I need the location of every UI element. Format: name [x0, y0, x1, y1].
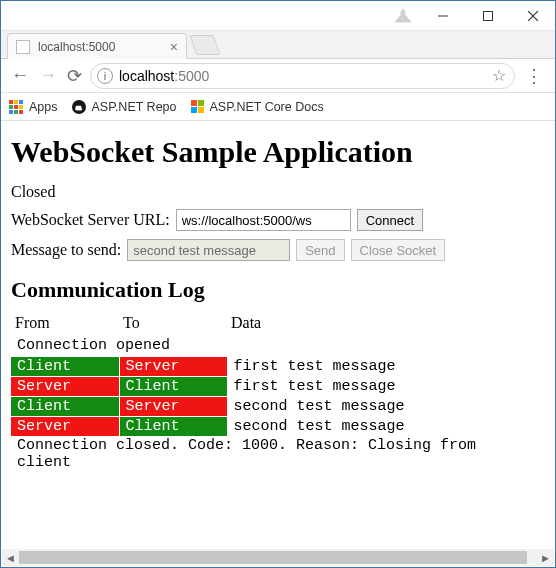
maximize-button[interactable]	[465, 1, 510, 30]
data-cell: first test message	[227, 376, 545, 396]
table-row: ServerClientsecond test message	[11, 416, 545, 436]
minimize-button[interactable]	[420, 1, 465, 30]
tab-close-icon[interactable]: ×	[170, 40, 178, 54]
browser-menu-button[interactable]: ⋮	[521, 65, 547, 87]
table-row: ClientServersecond test message	[11, 396, 545, 416]
github-icon	[72, 100, 86, 114]
nav-reload-button[interactable]: ⟳	[65, 65, 84, 87]
svg-rect-1	[483, 11, 492, 20]
from-cell: Client	[11, 396, 119, 416]
message-label: Message to send:	[11, 241, 121, 259]
to-cell: Client	[119, 416, 227, 436]
status-closed: Connection closed. Code: 1000. Reason: C…	[11, 436, 545, 471]
horizontal-scrollbar[interactable]: ◄ ►	[2, 549, 554, 566]
bookmark-label: ASP.NET Repo	[92, 100, 177, 114]
apps-icon	[9, 100, 23, 114]
bookmarks-bar: Apps ASP.NET Repo ASP.NET Core Docs	[1, 93, 555, 121]
bookmark-aspnet-repo[interactable]: ASP.NET Repo	[72, 100, 177, 114]
to-cell: Server	[119, 356, 227, 376]
data-cell: first test message	[227, 356, 545, 376]
profile-icon[interactable]	[386, 1, 420, 30]
close-socket-button: Close Socket	[351, 239, 446, 261]
col-from: From	[11, 313, 119, 336]
table-header-row: From To Data	[11, 313, 545, 336]
from-cell: Server	[11, 416, 119, 436]
message-input	[127, 239, 290, 261]
window-close-button[interactable]	[510, 1, 555, 30]
bookmark-label: ASP.NET Core Docs	[210, 100, 324, 114]
nav-back-button[interactable]: ←	[9, 65, 31, 86]
scroll-right-icon[interactable]: ►	[537, 549, 554, 566]
status-row: Connection opened	[11, 336, 545, 356]
site-info-icon[interactable]: i	[97, 68, 113, 84]
scroll-track[interactable]	[19, 549, 537, 566]
scroll-thumb[interactable]	[19, 551, 527, 564]
address-bar[interactable]: i localhost:5000 ☆	[90, 63, 515, 89]
favicon-icon	[16, 40, 30, 54]
window-titlebar	[1, 1, 555, 31]
connect-button[interactable]: Connect	[357, 209, 423, 231]
scroll-left-icon[interactable]: ◄	[2, 549, 19, 566]
nav-forward-button: →	[37, 65, 59, 86]
browser-toolbar: ← → ⟳ i localhost:5000 ☆ ⋮	[1, 59, 555, 93]
new-tab-button[interactable]	[189, 35, 220, 55]
from-cell: Server	[11, 376, 119, 396]
to-cell: Client	[119, 376, 227, 396]
page-content: WebSocket Sample Application Closed WebS…	[1, 121, 555, 550]
browser-tab[interactable]: localhost:5000 ×	[7, 33, 187, 59]
data-cell: second test message	[227, 396, 545, 416]
log-heading: Communication Log	[11, 277, 545, 303]
tab-strip: localhost:5000 ×	[1, 31, 555, 59]
bookmark-label: Apps	[29, 100, 58, 114]
state-label: Closed	[11, 183, 545, 201]
bookmark-aspnet-docs[interactable]: ASP.NET Core Docs	[191, 100, 324, 114]
ws-url-input[interactable]	[176, 209, 351, 231]
data-cell: second test message	[227, 416, 545, 436]
bookmark-apps[interactable]: Apps	[9, 100, 58, 114]
url-host: localhost:5000	[119, 68, 209, 84]
from-cell: Client	[11, 356, 119, 376]
to-cell: Server	[119, 396, 227, 416]
col-to: To	[119, 313, 227, 336]
bookmark-star-icon[interactable]: ☆	[492, 66, 506, 85]
status-row: Connection closed. Code: 1000. Reason: C…	[11, 436, 545, 471]
send-button: Send	[296, 239, 344, 261]
log-table: From To Data Connection opened ClientSer…	[11, 313, 545, 472]
col-data: Data	[227, 313, 545, 336]
table-row: ServerClientfirst test message	[11, 376, 545, 396]
table-row: ClientServerfirst test message	[11, 356, 545, 376]
status-opened: Connection opened	[11, 336, 545, 356]
tab-title: localhost:5000	[38, 40, 115, 54]
ws-url-label: WebSocket Server URL:	[11, 211, 170, 229]
page-title: WebSocket Sample Application	[11, 135, 545, 169]
microsoft-icon	[191, 100, 204, 113]
